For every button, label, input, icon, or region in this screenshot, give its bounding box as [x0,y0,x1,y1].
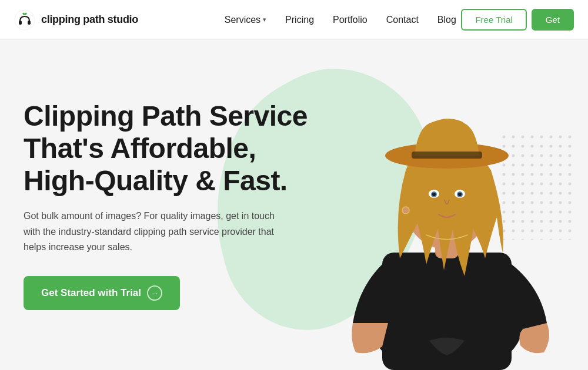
svg-point-13 [432,193,436,196]
nav-contact[interactable]: Contact [386,15,419,25]
nav-links: Services ▾ Pricing Portfolio Contact Blo… [225,15,456,25]
hero-content: Clipping Path Service That's Affordable,… [24,100,308,311]
svg-point-16 [458,193,462,196]
hero-image-area [282,40,588,370]
chevron-down-icon: ▾ [263,16,266,23]
svg-rect-1 [19,21,22,25]
svg-rect-2 [28,21,31,25]
get-started-trial-button[interactable]: Get Started with Trial → [24,276,180,310]
hero-woman-image [323,65,570,370]
svg-rect-10 [412,152,482,159]
arrow-circle-icon: → [147,285,162,301]
nav-portfolio[interactable]: Portfolio [333,15,368,25]
nav-pricing[interactable]: Pricing [285,15,314,25]
logo-area: clipping path studio [14,9,138,31]
navbar: clipping path studio Services ▾ Pricing … [0,0,588,40]
navbar-actions: Free Trial Get [461,9,574,31]
hero-description: Got bulk amount of images? For quality i… [24,208,276,255]
get-button[interactable]: Get [532,9,574,31]
svg-point-17 [402,207,409,214]
nav-blog[interactable]: Blog [437,15,456,25]
nav-services[interactable]: Services ▾ [225,15,266,25]
brand-name: clipping path studio [41,14,138,26]
hero-title: Clipping Path Service That's Affordable,… [24,100,308,197]
free-trial-button[interactable]: Free Trial [461,9,526,31]
svg-point-0 [15,10,35,30]
hero-section: Clipping Path Service That's Affordable,… [0,40,588,370]
brand-logo-icon [14,9,35,31]
